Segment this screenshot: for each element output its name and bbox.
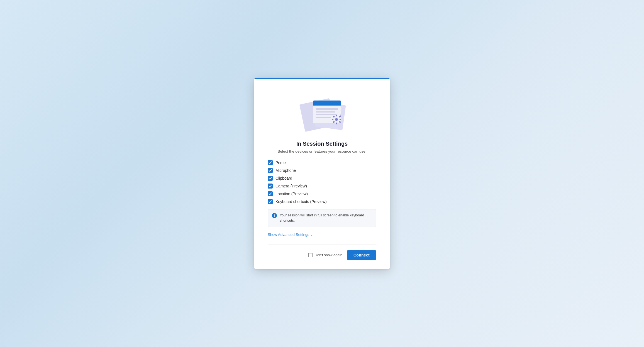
checkbox-clipboard[interactable] (268, 176, 273, 181)
checkbox-printer-label: Printer (275, 160, 287, 165)
dont-show-again-checkbox[interactable] (308, 253, 313, 257)
checkbox-row-printer: Printer (268, 160, 376, 165)
info-icon: i (272, 213, 277, 218)
checkbox-location-label: Location (Preview) (275, 192, 308, 196)
svg-rect-13 (332, 119, 333, 120)
show-advanced-settings-link[interactable]: Show Advanced Settings ⌄ (268, 233, 313, 237)
checkboxes-list: Printer Microphone Clipboard (268, 160, 376, 204)
checkbox-printer[interactable] (268, 160, 273, 165)
info-box-text: Your session will start in full screen t… (280, 213, 372, 223)
dialog-footer: Don't show again Connect (268, 245, 376, 260)
checkbox-microphone-label: Microphone (275, 168, 296, 173)
info-box: i Your session will start in full screen… (268, 209, 376, 227)
checkbox-clipboard-label: Clipboard (275, 176, 292, 180)
checkbox-camera-label: Camera (Preview) (275, 184, 307, 188)
illustration: ✦ ✦ (294, 89, 350, 134)
svg-rect-14 (340, 119, 341, 120)
svg-rect-11 (336, 115, 337, 116)
svg-rect-4 (313, 104, 341, 106)
checkbox-keyboard-label: Keyboard shortcuts (Preview) (275, 199, 327, 204)
svg-rect-7 (316, 114, 337, 115)
connect-button[interactable]: Connect (347, 250, 376, 260)
checkbox-row-location: Location (Preview) (268, 191, 376, 196)
show-advanced-label: Show Advanced Settings (268, 233, 309, 237)
svg-point-10 (335, 118, 338, 121)
session-settings-dialog: ✦ ✦ In Session Settings Select the devic… (254, 78, 390, 269)
svg-text:✦: ✦ (336, 124, 338, 126)
svg-rect-8 (316, 117, 331, 118)
chevron-down-icon: ⌄ (310, 233, 313, 236)
checkbox-keyboard[interactable] (268, 199, 273, 204)
checkbox-row-microphone: Microphone (268, 168, 376, 173)
checkbox-row-keyboard: Keyboard shortcuts (Preview) (268, 199, 376, 204)
checkbox-camera[interactable] (268, 184, 273, 189)
dont-show-again-label: Don't show again (315, 253, 342, 257)
dialog-body: ✦ ✦ In Session Settings Select the devic… (254, 79, 390, 269)
svg-rect-6 (316, 111, 335, 113)
dont-show-again-checkbox-row[interactable]: Don't show again (308, 253, 342, 257)
svg-text:✦: ✦ (340, 114, 342, 117)
dialog-subtitle: Select the devices or features your reso… (278, 149, 367, 153)
svg-rect-5 (316, 108, 338, 110)
checkbox-row-camera: Camera (Preview) (268, 184, 376, 189)
checkbox-row-clipboard: Clipboard (268, 176, 376, 181)
dialog-title: In Session Settings (296, 141, 348, 147)
checkbox-location[interactable] (268, 191, 273, 196)
checkbox-microphone[interactable] (268, 168, 273, 173)
